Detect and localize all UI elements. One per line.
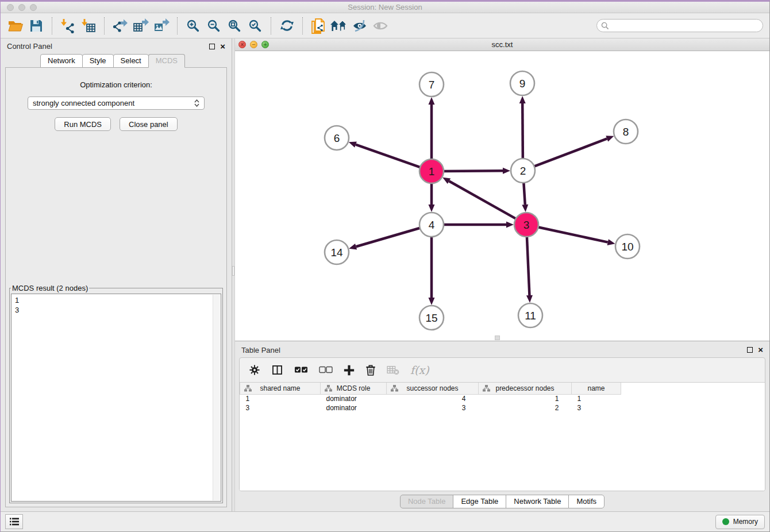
graph-edge-4-14[interactable] — [356, 228, 422, 246]
table-cell[interactable]: 3 — [240, 403, 321, 413]
network-canvas[interactable]: 7968124314101511 — [235, 51, 769, 341]
main-area: Control Panel × Network Style Select MCD… — [1, 38, 769, 511]
graph-edge-2-8[interactable] — [533, 138, 607, 167]
import-table-button[interactable] — [78, 17, 99, 35]
graph-edge-arrow — [522, 205, 528, 212]
node-table: shared nameMCDS rolesuccessor nodesprede… — [240, 383, 621, 413]
table-cell[interactable]: 3 — [572, 403, 621, 413]
column-header-MCDS-role[interactable]: MCDS role — [321, 383, 387, 394]
table-row[interactable]: 3dominator323 — [240, 403, 621, 413]
split-columns-icon[interactable] — [271, 364, 283, 376]
zoom-selected-button[interactable] — [245, 17, 265, 35]
add-column-icon[interactable] — [344, 365, 355, 376]
control-panel-tabs: Network Style Select MCDS — [1, 54, 232, 68]
table-cell[interactable]: dominator — [321, 394, 387, 403]
tab-style[interactable]: Style — [82, 54, 114, 68]
graph-node-label-15: 15 — [425, 312, 437, 324]
graph-edge-arrow — [526, 295, 533, 303]
graph-edge-arrow — [606, 136, 614, 141]
search-icon — [601, 22, 609, 30]
tab-mcds[interactable]: MCDS — [148, 54, 185, 68]
task-history-button[interactable] — [5, 514, 23, 529]
zoom-in-button[interactable] — [183, 17, 203, 35]
tab-node-table[interactable]: Node Table — [400, 495, 454, 508]
column-header-shared-name[interactable]: shared name — [240, 383, 321, 394]
graph-edge-arrow — [503, 168, 510, 174]
canvas-splitter-grip[interactable] — [495, 336, 500, 340]
tab-select[interactable]: Select — [113, 54, 149, 68]
export-network-button[interactable] — [110, 17, 130, 35]
new-network-from-selection-button[interactable] — [308, 17, 329, 35]
graph-edge-1-2[interactable] — [442, 171, 503, 171]
column-header-predecessor-nodes[interactable]: predecessor nodes — [479, 383, 572, 394]
graph-edge-3-10[interactable] — [537, 227, 608, 242]
network-graph[interactable]: 7968124314101511 — [235, 51, 769, 341]
result-line: 1 — [15, 295, 210, 305]
table-cell[interactable]: 1 — [572, 394, 621, 403]
graph-node-label-9: 9 — [519, 78, 526, 90]
save-session-button[interactable] — [26, 17, 47, 35]
zoom-fit-button[interactable] — [224, 17, 245, 35]
table-cell[interactable]: 4 — [387, 394, 479, 403]
float-panel-button[interactable] — [209, 44, 215, 49]
table-cell[interactable]: 1 — [479, 394, 572, 403]
open-session-button[interactable] — [5, 17, 26, 35]
unselect-all-columns-icon[interactable] — [319, 366, 333, 374]
window-title: Session: New Session — [1, 3, 769, 11]
criterion-select[interactable]: strongly connected component — [28, 97, 205, 110]
close-panel-button-inner[interactable]: Close panel — [120, 117, 178, 131]
close-panel-button[interactable]: × — [220, 44, 225, 49]
column-header-successor-nodes[interactable]: successor nodes — [387, 383, 479, 394]
titlebar: Session: New Session — [1, 2, 769, 13]
search-input[interactable] — [609, 21, 759, 30]
memory-label: Memory — [733, 518, 758, 526]
first-neighbors-button[interactable] — [329, 17, 349, 35]
memory-button[interactable]: Memory — [715, 515, 765, 529]
hide-selected-button[interactable] — [349, 17, 370, 35]
select-all-columns-icon[interactable] — [294, 366, 308, 374]
float-table-panel-button[interactable] — [747, 347, 753, 353]
table-header-row: shared nameMCDS rolesuccessor nodesprede… — [240, 383, 621, 394]
close-table-panel-button[interactable]: × — [758, 347, 763, 353]
graph-edge-3-11[interactable] — [527, 235, 530, 295]
table-cell[interactable]: 3 — [387, 403, 479, 413]
table-row[interactable]: 1dominator411 — [240, 394, 621, 403]
result-scrollbar[interactable] — [213, 295, 220, 500]
graph-edge-1-6[interactable] — [356, 145, 422, 168]
export-table-button[interactable] — [130, 17, 151, 35]
graph-node-label-2: 2 — [520, 165, 526, 177]
graph-edge-arrow — [349, 244, 357, 250]
show-all-button[interactable] — [370, 17, 391, 35]
graph-edge-2-3[interactable] — [523, 181, 525, 205]
graph-edge-2-9[interactable] — [522, 103, 523, 160]
network-view-window: × − + scc.txt 7968124314101511 — [235, 38, 769, 341]
main-toolbar — [1, 13, 769, 38]
optimization-criterion-label: Optimization criterion: — [6, 80, 226, 89]
table-cell[interactable]: 2 — [479, 403, 572, 413]
tab-network[interactable]: Network — [40, 54, 83, 68]
toolbar-separator — [271, 17, 271, 34]
tab-edge-table[interactable]: Edge Table — [453, 495, 506, 508]
run-mcds-button[interactable]: Run MCDS — [55, 117, 111, 131]
table-cell[interactable]: dominator — [321, 403, 387, 413]
graph-node-label-1: 1 — [429, 165, 435, 178]
network-window-titlebar: × − + scc.txt — [235, 38, 769, 51]
settings-gear-icon[interactable] — [249, 364, 260, 376]
control-panel-title: Control Panel — [7, 42, 52, 51]
graph-node-label-3: 3 — [523, 219, 530, 231]
import-network-button[interactable] — [57, 17, 78, 35]
status-bar: Memory — [1, 511, 769, 531]
zoom-out-button[interactable] — [203, 17, 224, 35]
tab-network-table[interactable]: Network Table — [506, 495, 569, 508]
graph-edge-arrow — [519, 96, 526, 103]
splitter-grip[interactable] — [232, 266, 234, 276]
export-image-button[interactable] — [151, 17, 172, 35]
column-header-name[interactable]: name — [572, 383, 621, 394]
apply-layout-button[interactable] — [276, 17, 297, 35]
delete-columns-trash-icon[interactable] — [365, 364, 376, 376]
table-cell[interactable]: 1 — [240, 394, 321, 403]
tab-motifs[interactable]: Motifs — [568, 495, 605, 508]
delete-table-icon[interactable] — [387, 365, 399, 375]
function-builder-icon[interactable]: f(x) — [410, 364, 429, 376]
graph-edge-3-1[interactable] — [449, 181, 517, 219]
